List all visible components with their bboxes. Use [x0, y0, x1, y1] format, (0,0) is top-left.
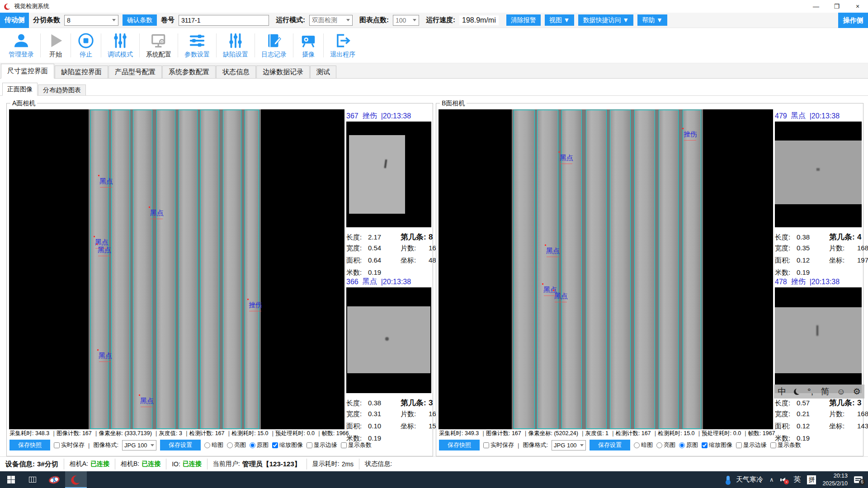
- image-format-label: 图像格式:: [523, 441, 548, 449]
- zoom-image-checkbox[interactable]: 缩放图像: [702, 441, 732, 449]
- emoji-icon[interactable]: ☺: [837, 387, 845, 397]
- start-button[interactable]: 开始: [41, 28, 70, 63]
- image-format-select[interactable]: JPG 100: [552, 440, 586, 450]
- chart-points-select[interactable]: 100: [393, 15, 419, 26]
- display-time: 显示耗时: 2ms: [307, 459, 359, 469]
- hidden-icons-chevron[interactable]: ∧: [769, 476, 774, 483]
- notification-center-icon[interactable]: 6: [854, 476, 863, 483]
- operate-side-button[interactable]: 操作侧: [838, 13, 868, 28]
- snipping-tool-button[interactable]: [43, 471, 65, 488]
- roll-number-label: 卷号: [161, 16, 175, 24]
- gear-icon[interactable]: ⚙: [853, 386, 861, 397]
- start-button[interactable]: [0, 471, 22, 488]
- web-strip: [683, 110, 701, 429]
- tab-status-info[interactable]: 状态信息: [216, 66, 256, 78]
- camera-b-image: 挫伤黑点黑点黑点黑点: [439, 109, 773, 429]
- sub-tab-bar: 正面图像 分布趋势图表: [0, 82, 868, 96]
- web-strip: [179, 110, 198, 429]
- defect-card: 478 挫伤 |20:13:38 长度:0.57 第几条:3 宽度:0.21 片…: [775, 276, 862, 446]
- defect-header: 367 挫伤 |20:13:38: [346, 110, 431, 122]
- moon-icon[interactable]: [794, 389, 800, 395]
- data-quick-access-menu-button[interactable]: 数据快捷访问 ▼: [578, 14, 633, 26]
- taskbar-clock[interactable]: 20:13 2025/2/10: [822, 472, 848, 488]
- close-button[interactable]: ×: [847, 0, 868, 13]
- vision-app-taskbar-button[interactable]: [65, 471, 87, 488]
- help-menu-button[interactable]: 帮助 ▼: [637, 14, 667, 26]
- parameter-settings-button[interactable]: 参数设置: [179, 28, 216, 63]
- sliders-vertical-icon: [227, 32, 244, 49]
- tab-defect-monitor[interactable]: 缺陷监控界面: [55, 66, 108, 78]
- run-speed-label: 运行速度:: [426, 16, 455, 24]
- tab-system-param-config[interactable]: 系统参数配置: [162, 66, 216, 78]
- confirm-count-button[interactable]: 确认条数: [123, 14, 157, 26]
- dark-image-radio[interactable]: 暗图: [634, 441, 653, 449]
- minimize-button[interactable]: —: [806, 0, 826, 13]
- defect-card: 366 黑点 |20:13:38 长度:0.38 第几条:3 宽度:0.31 片…: [346, 276, 431, 446]
- original-image-radio[interactable]: 原图: [679, 441, 698, 449]
- save-snapshot-button[interactable]: 保存快照: [439, 440, 480, 450]
- save-settings-button[interactable]: 保存设置: [160, 440, 201, 450]
- defect-settings-button[interactable]: 缺陷设置: [217, 28, 254, 63]
- ime-chinese-toggle[interactable]: 中: [778, 386, 786, 398]
- capture-button[interactable]: 摄像: [294, 28, 323, 63]
- tab-edge-data-record[interactable]: 边缘数据记录: [256, 66, 310, 78]
- tab-size-monitor[interactable]: 尺寸监控界面: [1, 64, 54, 79]
- defect-thumbnail: [346, 122, 431, 227]
- dark-image-radio[interactable]: 暗图: [204, 441, 223, 449]
- ime-simplified-toggle[interactable]: 简: [821, 386, 829, 398]
- slit-count-select[interactable]: 8: [64, 15, 118, 26]
- image-format-select[interactable]: JPG 100: [122, 440, 156, 450]
- volume-muted-icon[interactable]: ×: [780, 477, 787, 483]
- bright-image-radio[interactable]: 亮图: [656, 441, 675, 449]
- tab-distribution-trend-chart[interactable]: 分布趋势图表: [38, 84, 86, 95]
- ime-language-indicator[interactable]: 英: [793, 475, 801, 484]
- roll-number-input[interactable]: [179, 15, 269, 26]
- web-strip: [610, 110, 631, 429]
- debug-mode-button[interactable]: 调试模式: [102, 28, 139, 63]
- run-mode-select[interactable]: 双面检测: [309, 15, 353, 26]
- show-edge-checkbox[interactable]: 显示边缘: [736, 441, 767, 449]
- tab-front-image[interactable]: 正面图像: [2, 83, 38, 96]
- show-edge-checkbox[interactable]: 显示边缘: [307, 441, 337, 449]
- stop-button[interactable]: 停止: [71, 28, 100, 63]
- toolbar-divider: [71, 33, 71, 57]
- snipping-tool-icon: [48, 475, 60, 484]
- camera-b-stats-line: 采集耗时: 349.3 ｜图像计数: 167 ｜像素坐标: (5202,24) …: [439, 430, 775, 437]
- save-settings-button[interactable]: 保存设置: [590, 440, 630, 450]
- chart-points-label: 图表点数:: [359, 16, 389, 24]
- show-count-checkbox[interactable]: 显示条数: [770, 441, 801, 449]
- restore-button[interactable]: ❐: [826, 0, 847, 13]
- camera-b-title: B面相机: [440, 99, 467, 108]
- task-view-button[interactable]: [22, 471, 43, 488]
- view-menu-button[interactable]: 视图 ▼: [545, 14, 575, 26]
- status-info: 状态信息:: [359, 459, 397, 469]
- defect-type: 挫伤: [363, 111, 377, 121]
- status-badge: 已连接: [183, 460, 202, 468]
- zoom-image-checkbox[interactable]: 缩放图像: [272, 441, 303, 449]
- camera-projector-icon: [300, 32, 317, 49]
- ime-pinyin-badge[interactable]: 拼: [807, 475, 816, 484]
- realtime-save-checkbox[interactable]: 实时保存: [483, 441, 514, 449]
- admin-login-button[interactable]: 管理登录: [3, 28, 40, 63]
- save-snapshot-button[interactable]: 保存快照: [9, 440, 50, 450]
- system-config-button[interactable]: 系统配置: [140, 28, 177, 63]
- ime-punctuation-toggle[interactable]: °,: [807, 387, 813, 397]
- toolbar-divider: [216, 33, 217, 57]
- tab-product-model-config[interactable]: 产品型号配置: [108, 66, 162, 78]
- tab-test[interactable]: 测试: [310, 66, 336, 78]
- defect-id: 366: [346, 278, 359, 286]
- weather-text[interactable]: 天气寒冷: [736, 475, 763, 484]
- user-icon: [13, 32, 30, 49]
- realtime-save-checkbox[interactable]: 实时保存: [54, 441, 85, 449]
- drive-side-button[interactable]: 传动侧: [0, 13, 29, 28]
- exit-program-button[interactable]: 退出程序: [324, 28, 361, 63]
- bright-image-radio[interactable]: 亮图: [227, 441, 246, 449]
- clear-alarm-button[interactable]: 清除报警: [506, 14, 541, 26]
- thermometer-icon[interactable]: [726, 476, 730, 483]
- show-count-checkbox[interactable]: 显示条数: [341, 441, 372, 449]
- log-record-button[interactable]: 日志记录: [255, 28, 292, 63]
- defect-stats: 长度:0.38 第几条:4 宽度:0.35 片数:168 面积:0.12 坐标:…: [775, 227, 862, 281]
- task-view-icon: [29, 477, 36, 483]
- logbook-pencil-icon: [265, 32, 283, 49]
- original-image-radio[interactable]: 原图: [250, 441, 269, 449]
